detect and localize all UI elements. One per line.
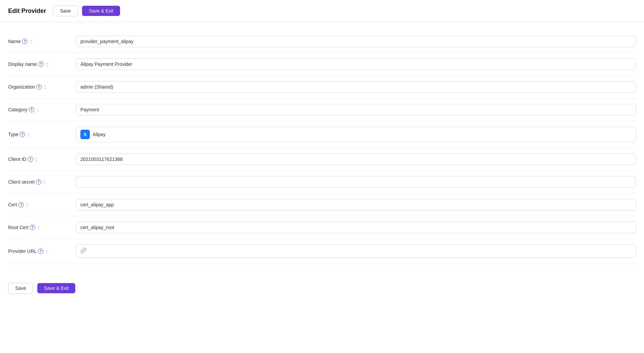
help-icon-name[interactable]: ?	[22, 39, 27, 44]
type-field[interactable]: 支 Alipay	[76, 127, 636, 142]
page-title: Edit Provider	[8, 7, 46, 15]
link-icon	[80, 247, 86, 255]
save-button-bottom[interactable]: Save	[8, 283, 33, 294]
input-organization[interactable]	[76, 81, 636, 93]
label-organization: Organization ? :	[8, 84, 76, 90]
input-client-id[interactable]	[76, 153, 636, 165]
input-display-name[interactable]	[76, 58, 636, 70]
label-client-id: Client ID ? :	[8, 156, 76, 162]
input-root-cert[interactable]	[76, 222, 636, 233]
form-row-provider-url: Provider URL ? :	[8, 239, 636, 264]
label-display-name: Display name ? :	[8, 61, 76, 67]
form-row-cert: Cert ? :	[8, 193, 636, 216]
help-icon-client-id[interactable]: ?	[28, 156, 33, 162]
alipay-logo-icon: 支	[80, 130, 90, 139]
form-row-root-cert: Root Cert ? :	[8, 216, 636, 239]
input-name[interactable]	[76, 36, 636, 47]
label-client-secret: Client secret ? :	[8, 179, 76, 185]
help-icon-organization[interactable]: ?	[36, 84, 42, 90]
form-row-client-id: Client ID ? :	[8, 148, 636, 171]
help-icon-display-name[interactable]: ?	[38, 61, 44, 67]
form-row-client-secret: Client secret ? :	[8, 171, 636, 193]
form-row-name: Name ? :	[8, 30, 636, 53]
label-root-cert: Root Cert ? :	[8, 225, 76, 230]
help-icon-provider-url[interactable]: ?	[38, 248, 43, 254]
form-area: Name ? : Display name ? : Organization ?…	[0, 22, 644, 272]
form-row-type: Type ? : 支 Alipay	[8, 121, 636, 148]
input-client-secret[interactable]	[76, 176, 636, 188]
help-icon-type[interactable]: ?	[20, 132, 25, 137]
input-category[interactable]	[76, 104, 636, 115]
label-cert: Cert ? :	[8, 202, 76, 207]
toolbar: Edit Provider Save Save & Exit	[0, 0, 644, 22]
help-icon-cert[interactable]: ?	[18, 202, 24, 207]
svg-text:支: 支	[83, 133, 87, 136]
help-icon-root-cert[interactable]: ?	[30, 225, 35, 230]
label-category: Category ? :	[8, 107, 76, 112]
help-icon-category[interactable]: ?	[29, 107, 34, 112]
label-type: Type ? :	[8, 132, 76, 137]
type-value: Alipay	[93, 132, 105, 137]
form-row-display-name: Display name ? :	[8, 53, 636, 76]
page-wrapper: Edit Provider Save Save & Exit Name ? : …	[0, 0, 644, 353]
save-exit-button-top[interactable]: Save & Exit	[82, 6, 120, 16]
input-cert[interactable]	[76, 199, 636, 210]
provider-url-field[interactable]	[76, 244, 636, 258]
save-exit-button-bottom[interactable]: Save & Exit	[37, 283, 75, 293]
save-button-top[interactable]: Save	[53, 5, 78, 16]
bottom-toolbar: Save Save & Exit	[0, 275, 644, 302]
form-row-category: Category ? :	[8, 98, 636, 121]
label-provider-url: Provider URL ? :	[8, 248, 76, 254]
label-name: Name ? :	[8, 39, 76, 44]
help-icon-client-secret[interactable]: ?	[36, 179, 41, 185]
form-row-organization: Organization ? :	[8, 76, 636, 98]
